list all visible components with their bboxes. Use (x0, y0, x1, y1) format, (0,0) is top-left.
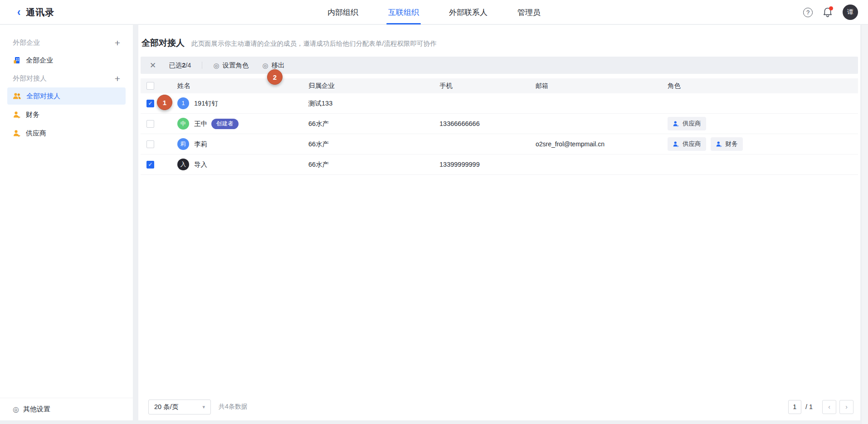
table-row[interactable]: ✓ 入 导入 66水产 13399999999 (141, 154, 858, 175)
contact-name: 导入 (194, 160, 207, 169)
people-icon (13, 92, 21, 100)
selected-number: 2 (182, 62, 185, 69)
avatar: 莉 (177, 138, 189, 150)
page-number-input[interactable] (788, 400, 801, 414)
table-row[interactable]: 中 王中 创建者 66水产 13366666666 供应商 (141, 114, 858, 134)
sidebar-item-supplier[interactable]: 供应商 (7, 125, 126, 142)
building-icon (13, 56, 21, 64)
contact-phone: 13366666666 (439, 120, 536, 127)
role-chip-label: 财务 (726, 140, 738, 148)
add-company-icon[interactable]: + (115, 38, 120, 48)
remove-button[interactable]: ◎ 移出 (263, 61, 285, 70)
user-avatar[interactable]: 谭 (843, 5, 858, 20)
set-role-button[interactable]: ◎ 设置角色 (213, 61, 249, 70)
sidebar: 外部企业 + 全部企业 外部对接人 + (0, 25, 133, 420)
contact-company: 66水产 (308, 140, 439, 149)
role-chip[interactable]: 供应商 (668, 117, 706, 130)
section-label: 外部企业 (13, 39, 40, 47)
contact-roles: 供应商 (668, 117, 858, 130)
tab-internal-org[interactable]: 内部组织 (327, 0, 358, 24)
column-company: 归属企业 (308, 82, 439, 90)
creator-badge: 创建者 (211, 119, 239, 129)
page-total-text: / 1 (805, 403, 813, 410)
other-settings-label: 其他设置 (23, 405, 50, 414)
table-row[interactable]: ✓ 1 191钉钉 测试133 (141, 93, 858, 114)
header-tabs: 内部组织 互联组织 外部联系人 管理员 (327, 0, 541, 24)
person-role-icon (716, 141, 722, 147)
tab-admins[interactable]: 管理员 (517, 0, 541, 24)
set-role-label: 设置角色 (223, 61, 249, 70)
annotation-badge-1: 1 (157, 95, 172, 110)
prev-page-button[interactable]: ‹ (822, 400, 836, 414)
remove-label: 移出 (272, 61, 285, 70)
sidebar-section-external-companies: 外部企业 + (7, 35, 126, 50)
selection-toolbar: ✕ 已选2/4 ◎ 设置角色 ◎ 移出 (141, 57, 858, 74)
add-contact-role-icon[interactable]: + (115, 74, 120, 83)
back-chevron-icon[interactable]: ‹ (17, 6, 20, 18)
contact-company: 66水产 (308, 120, 439, 128)
person-role-icon (13, 111, 21, 118)
sidebar-item-label: 财务 (26, 111, 39, 119)
column-role: 角色 (668, 82, 858, 90)
main-panel: 全部对接人 此页面展示你主动邀请的企业的成员，邀请成功后给他们分配表单/流程权限… (138, 25, 860, 420)
sidebar-item-all-companies[interactable]: 全部企业 (7, 52, 126, 69)
selected-prefix: 已选 (169, 61, 182, 70)
contact-roles: 供应商 财务 (668, 137, 858, 151)
contact-phone: 13399999999 (439, 161, 536, 168)
contact-email: o2sre_frol@tempmail.cn (536, 140, 668, 148)
tab-external-contacts[interactable]: 外部联系人 (449, 0, 488, 24)
avatar: 入 (177, 159, 189, 170)
column-name: 姓名 (177, 82, 308, 90)
role-chip[interactable]: 财务 (711, 137, 743, 151)
remove-icon: ◎ (263, 62, 268, 69)
sidebar-item-label: 供应商 (26, 129, 46, 138)
page-size-value: 20 条/页 (154, 403, 178, 411)
table-row[interactable]: 莉 李莉 66水产 o2sre_frol@tempmail.cn 供应商 (141, 134, 858, 154)
toolbar-divider (202, 62, 202, 69)
contact-name: 191钉钉 (194, 99, 218, 108)
selected-count: 已选2/4 (169, 61, 191, 70)
row-checkbox[interactable]: ✓ (146, 100, 154, 107)
avatar: 1 (177, 97, 189, 109)
person-role-icon (673, 120, 679, 127)
selected-total: /4 (185, 62, 191, 69)
app-title: 通讯录 (26, 6, 54, 19)
row-checkbox[interactable] (146, 140, 154, 148)
contact-name: 李莉 (194, 140, 207, 149)
sidebar-item-label: 全部企业 (26, 56, 53, 65)
clear-selection-icon[interactable]: ✕ (150, 61, 156, 70)
set-role-icon: ◎ (213, 62, 219, 69)
role-chip-label: 供应商 (683, 140, 701, 148)
app-window: ‹ 通讯录 内部组织 互联组织 外部联系人 管理员 ? 谭 外部企业 (0, 0, 868, 424)
row-checkbox[interactable]: ✓ (146, 161, 154, 169)
row-checkbox[interactable] (146, 120, 154, 128)
total-count-text: 共4条数据 (219, 403, 248, 411)
section-label: 外部对接人 (13, 74, 47, 83)
page-size-select[interactable]: 20 条/页 ▾ (148, 400, 211, 414)
select-all-checkbox[interactable] (146, 82, 154, 90)
column-phone: 手机 (439, 82, 536, 90)
settings-circle-icon: ◎ (13, 406, 19, 413)
notification-dot (829, 6, 833, 10)
page-title: 全部对接人 (141, 37, 185, 49)
contact-name: 王中 (194, 120, 207, 128)
person-role-icon (673, 141, 679, 147)
sidebar-item-finance[interactable]: 财务 (7, 106, 126, 123)
scrollbar-track[interactable] (861, 25, 868, 424)
help-icon[interactable]: ? (803, 8, 813, 17)
table-header: 姓名 归属企业 手机 邮箱 角色 (141, 78, 858, 93)
role-chip[interactable]: 供应商 (668, 137, 706, 151)
annotation-badge-2: 2 (267, 69, 283, 85)
contact-company: 66水产 (308, 160, 439, 169)
sidebar-section-external-contacts: 外部对接人 + (7, 71, 126, 86)
avatar: 中 (177, 118, 189, 130)
next-page-button[interactable]: › (839, 400, 853, 414)
sidebar-item-all-contacts[interactable]: 全部对接人 (7, 87, 126, 105)
role-chip-label: 供应商 (683, 120, 701, 128)
chevron-down-icon: ▾ (202, 404, 205, 410)
person-role-icon (13, 130, 21, 137)
sidebar-other-settings[interactable]: ◎ 其他设置 (0, 398, 133, 420)
tab-connected-org[interactable]: 互联组织 (388, 0, 419, 24)
notification-bell-icon[interactable] (823, 7, 833, 18)
table-footer: 20 条/页 ▾ 共4条数据 / 1 ‹ › (141, 398, 858, 416)
